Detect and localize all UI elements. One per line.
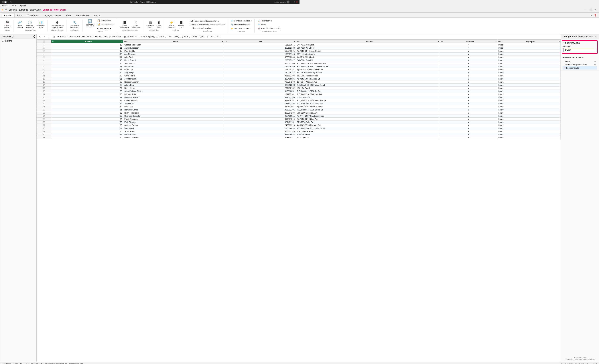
tab-vista[interactable]: Vista [64, 13, 73, 17]
ribbon-group-origenes: ⚙ Configuración deorigen de datos Orígen… [48, 20, 66, 32]
btn-vision[interactable]: 👁 Visión [257, 23, 282, 26]
pbi-menu-inicio[interactable]: Inicio [12, 4, 17, 7]
btn-quitar-columnas[interactable]: ✕ Quitarcolumnas ▾ [131, 20, 141, 29]
cell-name: Ryan Templeton [123, 111, 224, 114]
tab-archivo[interactable]: Archivo [2, 13, 15, 17]
tab-ayuda[interactable]: Ayuda [92, 13, 103, 17]
btn-tipo-datos[interactable]: 12 Tipo de datos: Número entero ▾ [189, 19, 226, 23]
table-row[interactable]: 4 13 Joe Niemiec 139907145 2071 Hendreri… [37, 52, 300, 56]
formula-cancel-btn[interactable]: ✕ [38, 35, 42, 39]
table-row[interactable]: 3 12 Paul Coddin 198041975 Ap #622-957 R… [37, 50, 300, 52]
btn-text-analytics[interactable]: 📊 Text Analytics [257, 19, 282, 23]
table-row[interactable]: 30 39 David Kaiser 967706052 9185 At Str… [37, 133, 300, 136]
tab-herramientas[interactable]: Herramientas [74, 13, 91, 17]
btn-administrar[interactable]: ⚙ Administrar ▾ [96, 27, 115, 30]
cell-location: 765-6599 Egestas. Av. [296, 111, 300, 114]
sidebar-item-drivers[interactable]: ⊞ drivers [0, 39, 36, 43]
table-row[interactable]: 2 11 Jamie Engesser 262112338 366-4125 A… [37, 46, 300, 50]
close-btn[interactable]: ✕ [296, 1, 298, 3]
table-row[interactable]: 19 28 Olivier Renault 959908181 P.O. Box… [37, 99, 300, 102]
col-name-header[interactable]: ABC name ▾ [123, 40, 224, 43]
col-ssn-header[interactable]: 1²³ ssn ▾ [224, 40, 296, 43]
fx-label: fx [52, 35, 55, 38]
nuevo-origen-icon: 🔗 [18, 21, 22, 24]
table-row[interactable]: 24 33 Sridhara Sabbella 967409015 Ap #47… [37, 114, 300, 118]
table-row[interactable]: 14 23 Adam Diaz 928312208 P.O. Box 260- … [37, 84, 300, 87]
formula-input[interactable] [57, 35, 300, 38]
cell-rownum: 10 [37, 71, 51, 74]
btn-anexar-consultas[interactable]: 📎 Anexar consultas ▾ [229, 23, 253, 26]
btn-elegir-columnas[interactable]: ☰ Elegircolumnas ▾ [119, 20, 130, 29]
btn-editor-avanzado[interactable]: 📝 Editor avanzado [96, 23, 115, 26]
btn-origenes-recientes[interactable]: 🕐 Orígenesrecientes ▾ [25, 20, 35, 29]
qe-icon-save[interactable]: 💾 [5, 9, 7, 11]
tab-agregar-columna[interactable]: Agregar columna [42, 13, 63, 17]
btn-azure-ml[interactable]: 🤖 Azure Machine Learning [257, 26, 282, 30]
col-location-header[interactable]: ABC location ▾ [296, 40, 300, 43]
cell-ssn: 185502192 [224, 102, 296, 105]
table-row[interactable]: 1 10 George Vetticaden 621011971 244-453… [37, 43, 300, 46]
col-driverid-header[interactable]: 1²³ driverId ▾ [51, 40, 123, 43]
btn-cerrar-aplicar[interactable]: 💾 Cerrar yaplicar ▾ [3, 20, 12, 29]
tab-transformar[interactable]: Transformar [25, 13, 42, 17]
btn-combinar-consultas[interactable]: 🔗 Combinar consultas ▾ [229, 19, 253, 23]
table-row[interactable]: 7 16 Tom McCuch 363303105 P.O. Box 313- … [37, 62, 300, 65]
cell-rownum: 27 [37, 124, 51, 127]
cell-ssn: 392603159 [224, 96, 296, 99]
tab-inicio[interactable]: Inicio [15, 13, 25, 17]
pbi-menu-ayuda[interactable]: Ayuda [20, 4, 26, 7]
table-row[interactable]: 20 29 Teddy Choi 185502192 P.O. Box 106-… [37, 102, 300, 105]
table-row[interactable]: 25 34 Frank Romano 391407216 Ap #753-681… [37, 118, 300, 121]
anexar-icon: 📎 [231, 24, 233, 26]
table-row[interactable]: 29 38 Scott Shaw 386411175 276 Lobortis … [37, 130, 300, 133]
table-row[interactable]: 28 37 Wes Floyd 190504074 P.O. Box 269- … [37, 127, 300, 130]
formula-confirm-btn[interactable]: ✓ [42, 35, 46, 39]
cell-location: 2071 Hendrerit. Ave [296, 52, 300, 56]
btn-propiedades[interactable]: 📋 Propiedades [96, 19, 115, 22]
btn-actualizar[interactable]: 🔄 Actualizarvista previa [85, 19, 96, 27]
signin-label[interactable]: Iniciar sesión [274, 1, 285, 3]
btn-combinar-archivos[interactable]: 📁 Combinar archivos [229, 27, 253, 30]
table-row[interactable]: 12 21 Jeff Markham 209408086 Ap #852-796… [37, 77, 300, 80]
btn-administrar-param[interactable]: 🔧 Administrarparámetros ▾ [69, 20, 81, 29]
table-row[interactable]: 26 35 Emil Siemes 971401151 321-2976 Fel… [37, 121, 300, 124]
table-row[interactable]: 22 31 Rommel Garcia 858912101 P.O. Box 9… [37, 108, 300, 111]
sidebar-collapse[interactable]: ❮ [33, 35, 35, 38]
btn-primera-fila[interactable]: ≡ Usar la primera fila como encabezado ▾ [189, 23, 226, 26]
ribbon-group-ia: 📊 Text Analytics 👁 Visión 🤖 Azure Machin… [255, 19, 284, 33]
btn-agrupar[interactable]: ☰ Agruparpor [177, 20, 185, 29]
table-row[interactable]: 5 14 Adis Cesir 820812209 Ap #810-1228 I… [37, 56, 300, 59]
btn-quitar-filas[interactable]: 🗑 Quitarfilas ▾ [156, 20, 163, 29]
table-row[interactable]: 23 32 Ryan Templeton 290304287 765-6599 … [37, 111, 300, 114]
pbi-menu-arquivo[interactable]: Archivo [1, 4, 8, 7]
cell-name: Grant Liu [123, 68, 224, 71]
btn-config-origen[interactable]: ⚙ Configuración deorigen de datos [50, 20, 65, 29]
table-row[interactable]: 21 30 Dan Rice 282307061 Ap #881-9267 Mo… [37, 105, 300, 108]
cell-location: Ap #810-1228 In St. [296, 56, 300, 59]
table-row[interactable]: 18 27 Mark Lochbihler 392603159 8355 Ips… [37, 96, 300, 99]
minimize-btn[interactable]: — [291, 1, 293, 3]
table-row[interactable]: 17 26 Michael Aube 124705141 P.O. Box 21… [37, 93, 300, 96]
group-consulta-label: Consulta [97, 31, 103, 33]
cell-ssn: 967409015 [224, 114, 296, 118]
table-row[interactable]: 9 18 Grant Liu 171010151 Ap #928-3159 Ve… [37, 68, 300, 71]
table-row[interactable]: 27 36 Andrew Grande 245303216 Ap #685-95… [37, 124, 300, 127]
table-row[interactable]: 10 19 Ajay Singh 160005158 592-9430 Nonu… [37, 71, 300, 74]
cell-ssn: 171010151 [224, 68, 296, 71]
table-row[interactable]: 31 40 Nicolas Maillard 208510217 1027 Qu… [37, 136, 300, 139]
formula-edit-btn[interactable]: ∫ [47, 35, 51, 39]
btn-dividir[interactable]: ⚡ Dividircolumna ▾ [167, 20, 177, 29]
table-row[interactable]: 8 17 Eric Mizell 123808239 P.O. Box 579-… [37, 65, 300, 68]
table-row[interactable]: 13 22 Nadeem Asghar 783204269 154-9147 A… [37, 80, 300, 84]
ribbon-group-cerrar: 💾 Cerrar yaplicar ▾ Cerrar [2, 20, 13, 32]
btn-reemplazar[interactable]: ↔ Reemplazar los valores [189, 26, 226, 30]
table-row[interactable]: 15 24 Don Hilborn 254412152 4361 Ac Road… [37, 87, 300, 90]
btn-nuevo-origen[interactable]: 🔗 Nuevoorigen ▾ [16, 20, 24, 29]
data-grid[interactable]: ⬜ 1²³ driverId ▾ [37, 40, 300, 182]
btn-conservar[interactable]: ▤ Conservarfilas ▾ [145, 20, 156, 29]
table-row[interactable]: 16 25 Jean-Philippe Playe 913310051 P.O.… [37, 90, 300, 93]
table-row[interactable]: 11 20 Chris Harris 921812303 883-2691 Pr… [37, 74, 300, 77]
maximize-btn[interactable]: □ [294, 1, 295, 3]
btn-especificar-datos[interactable]: 📊 Especificardatos [35, 20, 46, 29]
table-row[interactable]: 6 15 Rohit Bakshi 239005227 648-5681 Dui… [37, 59, 300, 62]
